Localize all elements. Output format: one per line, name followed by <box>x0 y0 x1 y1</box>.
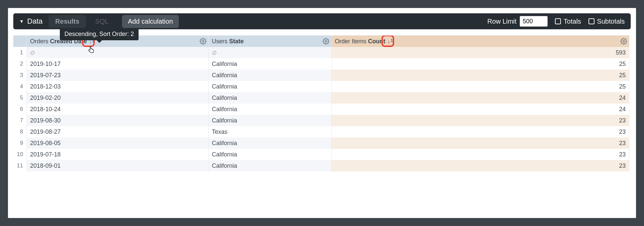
checkbox-icon <box>555 18 561 24</box>
cell-created-date[interactable]: 2019-10-17 <box>27 58 208 70</box>
row-number: 2 <box>13 58 27 70</box>
data-section-label: Data <box>27 17 43 26</box>
cell-count[interactable]: 23 <box>331 126 629 137</box>
cell-state[interactable]: Texas <box>208 126 331 137</box>
subtotals-label: Subtotals <box>597 18 625 25</box>
cell-created-date[interactable]: 2019-02-20 <box>27 92 208 104</box>
table-row: 52019-02-20California24 <box>13 92 629 104</box>
toolbar: ▼ Data Results SQL Add calculation Row L… <box>13 13 631 29</box>
table-row: 72019-08-30California23 <box>13 115 629 126</box>
toolbar-right: Row Limit Totals Subtotals <box>487 16 625 27</box>
row-number: 8 <box>13 126 27 137</box>
table-row: 112018-09-01California23 <box>13 160 629 171</box>
cell-created-date[interactable]: 2018-10-24 <box>27 104 208 115</box>
app-frame: ▼ Data Results SQL Add calculation Row L… <box>8 8 636 218</box>
table-row: 22019-10-17California25 <box>13 58 629 70</box>
cell-created-date[interactable]: 2019-08-05 <box>27 137 208 149</box>
cell-count[interactable]: 24 <box>331 104 629 115</box>
checkbox-icon <box>589 18 594 24</box>
sort-tooltip-text: Descending, Sort Order: 2 <box>60 28 139 40</box>
cell-created-date[interactable]: 2019-07-23 <box>27 70 208 81</box>
row-limit-label: Row Limit <box>487 18 517 25</box>
svg-point-1 <box>325 41 327 42</box>
cell-count[interactable]: 24 <box>331 92 629 104</box>
tab-results[interactable]: Results <box>49 15 86 28</box>
totals-label: Totals <box>564 18 581 25</box>
cell-state[interactable]: California <box>208 58 331 70</box>
subtotals-checkbox[interactable]: Subtotals <box>589 18 625 25</box>
column-header-count[interactable]: Order Items Count ↓1 <box>331 36 629 47</box>
cell-state[interactable]: California <box>208 92 331 104</box>
cell-count[interactable]: 25 <box>331 81 629 92</box>
cell-count[interactable]: 23 <box>331 115 629 126</box>
row-number: 7 <box>13 115 27 126</box>
cell-count[interactable]: 23 <box>331 149 629 160</box>
add-calculation-button[interactable]: Add calculation <box>122 15 179 28</box>
cell-state[interactable]: California <box>208 115 331 126</box>
cell-created-date[interactable]: 2018-12-03 <box>27 81 208 92</box>
table-row: 1∅∅593 <box>13 47 629 58</box>
row-limit-group: Row Limit <box>487 16 548 27</box>
row-number: 5 <box>13 92 27 104</box>
row-number: 11 <box>13 160 27 171</box>
row-number: 1 <box>13 47 27 58</box>
cell-created-date[interactable]: 2019-08-27 <box>27 126 208 137</box>
results-table: Orders Created Date ↓2 Users State <box>13 36 629 171</box>
sort-tooltip: Descending, Sort Order: 2 <box>60 28 139 40</box>
row-number: 9 <box>13 137 27 149</box>
table-row: 102019-07-18California23 <box>13 149 629 160</box>
cell-state[interactable]: California <box>208 104 331 115</box>
sort-indicator-count[interactable]: ↓1 <box>388 39 393 44</box>
totals-checkbox[interactable]: Totals <box>555 18 581 25</box>
cell-count[interactable]: 25 <box>331 70 629 81</box>
gear-icon[interactable] <box>323 38 329 45</box>
cell-state[interactable]: California <box>208 137 331 149</box>
table-row: 92019-08-05California23 <box>13 137 629 149</box>
results-table-wrap: Orders Created Date ↓2 Users State <box>13 35 631 218</box>
cell-state[interactable]: California <box>208 81 331 92</box>
row-number: 10 <box>13 149 27 160</box>
row-limit-input[interactable] <box>520 16 548 27</box>
tab-sql[interactable]: SQL <box>89 15 115 28</box>
cell-created-date[interactable]: 2018-09-01 <box>27 160 208 171</box>
gear-icon[interactable] <box>620 38 627 45</box>
svg-point-2 <box>623 41 624 42</box>
cell-created-date[interactable]: ∅ <box>27 47 208 58</box>
cell-state[interactable]: California <box>208 149 331 160</box>
row-number: 4 <box>13 81 27 92</box>
table-row: 42018-12-03California25 <box>13 81 629 92</box>
column-header-state[interactable]: Users State <box>208 36 331 47</box>
table-row: 62018-10-24California24 <box>13 104 629 115</box>
row-number: 3 <box>13 70 27 81</box>
table-row: 32019-07-23California25 <box>13 70 629 81</box>
arrow-down-icon: ↓ <box>388 39 390 44</box>
cell-count[interactable]: 23 <box>331 160 629 171</box>
cell-state[interactable]: California <box>208 160 331 171</box>
table-row: 82019-08-27Texas23 <box>13 126 629 137</box>
cell-count[interactable]: 23 <box>331 137 629 149</box>
cell-state[interactable]: California <box>208 70 331 81</box>
svg-point-0 <box>202 41 204 42</box>
caret-down-icon: ▼ <box>19 19 24 24</box>
cell-created-date[interactable]: 2019-08-30 <box>27 115 208 126</box>
row-number-header <box>13 36 27 47</box>
gear-icon[interactable] <box>200 38 206 45</box>
data-section-toggle[interactable]: ▼ Data <box>19 17 46 26</box>
cell-count[interactable]: 25 <box>331 58 629 70</box>
cell-created-date[interactable]: 2019-07-18 <box>27 149 208 160</box>
cell-state[interactable]: ∅ <box>208 47 331 58</box>
cell-count[interactable]: 593 <box>331 47 629 58</box>
row-number: 6 <box>13 104 27 115</box>
